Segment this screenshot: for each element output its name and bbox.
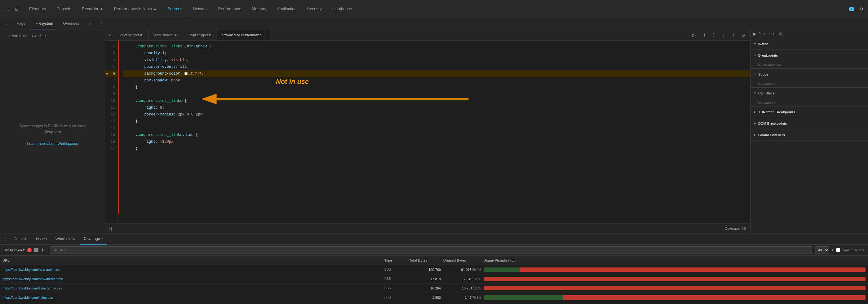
step-into-icon[interactable]: ↓	[719, 31, 728, 39]
call-stack-chevron: ▼	[754, 92, 756, 95]
code-line-15: .compare-sites__links.hide {	[123, 132, 750, 138]
run-snippet-icon[interactable]: ▷	[689, 31, 698, 39]
add-folder-icon: ＋	[3, 33, 7, 38]
global-listeners-header[interactable]: ▼ Global Listeners	[750, 129, 868, 140]
settings-icon[interactable]: ⚙	[857, 5, 866, 13]
tab-elements[interactable]: Elements	[24, 0, 51, 18]
tab-application[interactable]: Application	[272, 0, 302, 18]
middle-panel: ‹ Script snippet #1 Script snippet #2 Sc…	[105, 29, 750, 233]
content-scripts-label[interactable]: Content scripts	[836, 248, 864, 252]
row2-viz	[484, 286, 866, 291]
row3-unused: 1 47 79.2%	[443, 296, 484, 299]
line-5: 5	[105, 64, 118, 70]
step-out-icon2[interactable]: ↑	[768, 31, 770, 36]
right-panel: ▶ ⤵ ↓ ↑ ↩ ⊘ ▼ Watch ▼ Breakpoints No bre…	[750, 29, 868, 233]
file-tab-mediaq-label: new-mediaq.css:formatted	[222, 33, 261, 37]
row3-total: 1 862	[409, 296, 443, 299]
tab-more[interactable]: »	[85, 18, 95, 29]
download-coverage-icon[interactable]: ⬇	[41, 248, 44, 252]
step-over-icon[interactable]: ⤵	[709, 31, 718, 39]
dom-header[interactable]: ▼ DOM Breakpoints	[750, 118, 868, 129]
tab-console[interactable]: Console	[52, 0, 76, 18]
filter-dropdown-icon[interactable]: ▾	[832, 248, 834, 252]
file-tab-snippet1[interactable]: Script snippet #1	[114, 29, 149, 40]
row1-unused: 17 818 100%	[443, 277, 484, 281]
code-line-13: }	[123, 118, 750, 125]
row2-url: https://cdn.kwebby.com/select2.min.css	[2, 286, 384, 290]
tab-memory[interactable]: Memory	[247, 0, 271, 18]
step-out-icon[interactable]: ↑	[729, 31, 738, 39]
workspace-bar: ‹ Page Filesystem Overrides » ⋮	[0, 18, 868, 29]
step-icon[interactable]: ↩	[773, 31, 777, 36]
coverage-tab-close[interactable]: ×	[101, 237, 103, 240]
content-scripts-checkbox[interactable]	[836, 248, 840, 252]
record-icon[interactable]	[27, 248, 32, 252]
tab-page[interactable]: Page	[12, 18, 30, 29]
scope-label: Scope	[758, 72, 769, 76]
pause-icon[interactable]: ⏸	[700, 31, 708, 39]
scope-header[interactable]: ▼ Scope	[750, 69, 868, 80]
tab-performance[interactable]: Performance	[213, 0, 246, 18]
file-tab-snippet2[interactable]: Script snippet #2	[149, 29, 183, 40]
scope-not-paused: Not paused	[750, 80, 868, 87]
stop-icon[interactable]	[34, 248, 38, 252]
bracket-icon[interactable]: {}	[109, 226, 112, 231]
breakpoints-header[interactable]: ▼ Breakpoints	[750, 50, 868, 61]
tab-security[interactable]: Security	[302, 0, 327, 18]
tab-sources[interactable]: Sources	[162, 0, 187, 18]
line-16: 16	[105, 138, 118, 145]
step-into-icon2[interactable]: ↓	[764, 31, 766, 36]
tab-console-bottom[interactable]: Console	[10, 233, 31, 244]
row2-type: CSS	[384, 286, 409, 290]
breakpoint-dot	[106, 73, 108, 75]
line-14: 14	[105, 125, 118, 132]
table-row[interactable]: https://cdn.kwebby.com/new-mediaq.css CS…	[0, 274, 868, 283]
usage-viz-header: Usage Visualization	[484, 259, 866, 262]
tab-recorder[interactable]: Recorder ▲	[77, 0, 108, 18]
workspace-more-icon[interactable]: ⋮	[99, 21, 103, 26]
step-over-icon2[interactable]: ⤵	[759, 31, 761, 36]
file-tab-back[interactable]: ‹	[105, 29, 114, 40]
xhr-header[interactable]: ▼ XHR/fetch Breakpoints	[750, 106, 868, 117]
type-filter-select[interactable]: All	[815, 246, 829, 254]
xhr-section: ▼ XHR/fetch Breakpoints	[750, 106, 868, 118]
inspect-icon[interactable]: ⬚	[2, 5, 11, 13]
table-row[interactable]: https://cdn.kwebby.com/new-main.css CSS …	[0, 265, 868, 274]
bottom-handle-icon[interactable]: ⋮	[2, 233, 9, 244]
workspace-description: Sync changes in DevTools with the local …	[2, 40, 103, 230]
watch-header[interactable]: ▼ Watch	[750, 38, 868, 49]
resume-icon[interactable]: ▶	[753, 31, 756, 36]
line-10: 10	[105, 98, 118, 104]
row3-url: https://cdn.kwebby.com/inline.css	[2, 296, 384, 299]
add-folder-button[interactable]: ＋ + Add folder to workspace	[2, 32, 103, 40]
notification-badge: 1	[849, 7, 855, 11]
content-scripts-text: Content scripts	[842, 248, 864, 252]
per-function-dropdown[interactable]: Per function ▾	[4, 248, 25, 252]
no-breakpoints-text: No breakpoints	[750, 61, 868, 68]
row0-unused-bar	[520, 267, 866, 272]
deactivate-breakpoints-icon[interactable]: ⊘	[739, 31, 748, 39]
bottom-area: ⋮ Console Issues What's New Coverage × P…	[0, 233, 868, 304]
url-header: URL	[2, 259, 384, 262]
tab-whats-new[interactable]: What's New	[52, 233, 79, 244]
tab-perf-insights[interactable]: Performance insights ▲	[109, 0, 162, 18]
deactivate-icon[interactable]: ⊘	[779, 31, 783, 36]
file-tab-close-icon[interactable]: ×	[264, 33, 266, 37]
back-nav-icon[interactable]: ‹	[2, 20, 11, 28]
row1-unused-bar	[484, 277, 866, 281]
tab-lighthouse[interactable]: Lighthouse	[328, 0, 357, 18]
url-filter-input[interactable]	[50, 246, 812, 254]
tab-overrides[interactable]: Overrides	[59, 18, 83, 29]
tab-issues[interactable]: Issues	[32, 233, 51, 244]
device-icon[interactable]: ⊡	[12, 5, 21, 13]
call-stack-header[interactable]: ▼ Call Stack	[750, 88, 868, 99]
learn-more-link[interactable]: Learn more about Workspaces	[27, 141, 78, 147]
tab-coverage[interactable]: Coverage ×	[80, 233, 107, 244]
table-row[interactable]: https://cdn.kwebby.com/inline.css CSS 1 …	[0, 293, 868, 302]
file-tab-snippet3[interactable]: Script snippet #3	[183, 29, 217, 40]
file-tab-mediaq[interactable]: new-mediaq.css:formatted ×	[217, 29, 270, 40]
tab-network[interactable]: Network	[188, 0, 213, 18]
scope-section: ▼ Scope Not paused	[750, 69, 868, 88]
tab-filesystem[interactable]: Filesystem	[31, 18, 57, 29]
table-row[interactable]: https://cdn.kwebby.com/select2.min.css C…	[0, 283, 868, 293]
